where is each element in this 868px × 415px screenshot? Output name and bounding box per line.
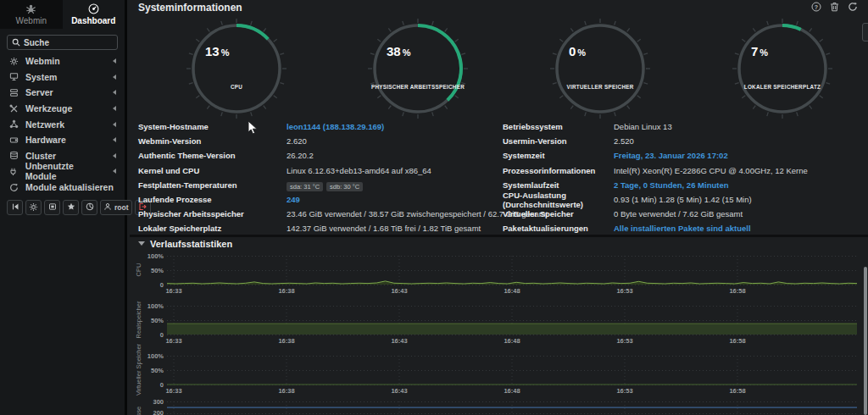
gear-icon [8,57,19,66]
sidebar-item-werkzeuge[interactable]: Werkzeuge [0,101,125,117]
svg-text:0%: 0% [569,44,586,58]
info-label: Kernel und CPU [138,166,287,175]
info-label: Physischer Arbeitsspeicher [138,209,287,219]
svg-text:38%: 38% [387,44,411,58]
info-label: System-Hostname [138,122,287,131]
chevron-left-icon [113,90,116,95]
info-row-paketaktualisierungen: PaketaktualisierungenAlle installierten … [503,221,865,235]
svg-text:LOKALER SPEICHERPLATZ: LOKALER SPEICHERPLATZ [744,84,821,90]
gauge-physischer-arbeitsspeicher: 38%PHYSISCHER ARBEITSSPEICHER [363,17,473,122]
info-label: Systemlaufzeit [503,180,614,190]
sidebar-nav: WebminSystemServerWerkzeugeNetzwerkHardw… [0,53,125,195]
info-label: Authentic Theme-Version [138,151,287,160]
theme-button[interactable] [81,200,97,215]
info-value-link[interactable]: Alle installierten Pakete sind aktuell [614,224,751,233]
mouse-cursor [248,120,258,139]
sidebar-item-module-aktualisieren[interactable]: Module aktualisieren [0,180,125,196]
plug-icon [8,167,19,176]
info-label: Lokaler Speicherplatz [138,224,287,233]
chevron-left-icon [113,75,116,80]
info-label: CPU-Auslastung (Durchschnittswerte) [503,191,614,209]
sidebar-item-label: Hardware [25,135,66,145]
info-label: Systemzeit [503,151,614,160]
page-scrollbar[interactable] [864,267,867,415]
search-input[interactable] [24,38,113,47]
chart-cpu: CPU100%50%016:3316:3816:4316:4816:5316:5… [130,250,868,300]
sidebar-item-label: Werkzeuge [25,103,72,113]
info-row-physischer-arbeitsspeicher: Physischer Arbeitsspeicher23.46 GiB verw… [138,207,503,221]
server-icon [8,88,19,97]
network-icon [8,119,19,129]
user-icon [103,202,112,213]
sidebar-item-server[interactable]: Server [0,85,125,101]
gear-icon [29,202,38,213]
sidebar-item-hardware[interactable]: Hardware [0,132,125,148]
favorites-button[interactable] [63,200,79,215]
chevron-left-icon [113,106,116,111]
sidebar-tabs: Webmin Dashboard [0,0,125,29]
info-value: 142.37 GiB verwendet / 1.68 TiB frei / 1… [287,224,481,233]
svg-text:PHYSISCHER ARBEITSSPEICHER: PHYSISCHER ARBEITSSPEICHER [371,84,465,90]
dashboard-gauge-icon [88,3,99,14]
sidebar-search [7,35,118,50]
info-row-lokaler-speicherplatz: Lokaler Speicherplatz142.37 GiB verwende… [138,221,503,235]
modules-button[interactable] [44,200,60,215]
modules-icon [48,202,57,213]
collapse-button[interactable] [7,200,23,215]
tab-dashboard[interactable]: Dashboard [63,0,125,29]
gauge-virtueller-speicher: 0%VIRTUELLER SPEICHER [545,17,655,122]
chevron-left-icon [113,137,116,142]
info-value-link[interactable]: Freitag, 23. Januar 2026 17:02 [614,151,728,160]
settings-button[interactable] [25,200,42,215]
sidebar-item-netzwerk[interactable]: Netzwerk [0,116,125,132]
info-label: Usermin-Version [503,136,614,146]
user-button[interactable]: root [100,200,132,215]
tab-webmin[interactable]: Webmin [0,0,63,29]
sidebar-item-label: Module aktualisieren [25,182,114,192]
history-header[interactable]: Verlaufsstatistiken [130,237,868,250]
sidebar-item-unbenutzte-module[interactable]: Unbenutzte Module [0,163,125,180]
svg-text:13%: 13% [205,44,230,58]
svg-text:CPU: CPU [231,84,242,90]
chart-plot-area [167,356,857,385]
refresh-icon [8,183,19,192]
edge-panel-sliver[interactable] [862,23,868,42]
info-label: Festplatten-Temperaturen [138,180,287,190]
star-icon [67,202,75,213]
sidebar-item-label: Netzwerk [25,119,64,130]
info-row-usermin-version: Usermin-Version2.520 [503,134,865,148]
webmin-spider-icon [25,3,36,14]
temperature-badge: sda: 31 °C [287,182,323,191]
history-title: Verlaufsstatistiken [150,239,232,249]
info-value: Intel(R) Xeon(R) E-2286G CPU @ 4.00GHz, … [614,166,808,175]
chart-virtueller-speicher: Virtueller Speicher100%50%016:3316:3816:… [130,350,868,400]
info-value-link[interactable]: leon1144 (188.138.29.169) [287,122,384,131]
sidebar-item-label: Server [25,87,53,97]
chart-y-axis: 100%50%0 [130,356,164,385]
chart-y-axis: 3002001000 [130,401,164,415]
trash-icon[interactable] [830,2,839,12]
sidebar-item-webmin[interactable]: Webmin [0,53,125,69]
sidebar-item-system[interactable]: System [0,69,125,86]
info-row-betriebssystem: BetriebssystemDebian Linux 13 [503,119,865,134]
info-label: Prozessorinformationen [503,166,614,175]
chart-realspeicher: Realspeicher100%50%016:3316:3816:4316:48… [130,300,868,350]
svg-text:7%: 7% [751,44,768,58]
chart-y-axis: 100%50%0 [130,256,164,285]
info-value-link[interactable]: 2 Tage, 0 Stunden, 26 Minuten [614,180,728,190]
sidebar-item-label: Unbenutzte Module [25,161,106,181]
sidebar: Webmin Dashboard WebminSystemServerWerkz… [0,0,127,415]
info-label: Paketaktualisierungen [503,224,614,233]
info-column-right: BetriebssystemDebian Linux 13Usermin-Ver… [503,119,865,236]
info-value: sda: 31 °Csdb: 30 °C [287,177,366,192]
refresh-icon[interactable] [848,2,858,12]
info-value: 0.93 (1 Min) 1.28 (5 Min) 1.42 (15 Min) [614,195,752,204]
sidebar-item-label: System [25,72,57,82]
info-row-laufende-prozesse: Laufende Prozesse249 [138,192,503,207]
chevron-left-icon [113,169,116,174]
sidebar-item-label: Webmin [25,56,60,66]
svg-text:?: ? [815,4,818,10]
info-value-link[interactable]: 249 [287,195,300,204]
info-value: 2.520 [614,136,634,146]
help-icon[interactable]: ? [811,2,821,12]
